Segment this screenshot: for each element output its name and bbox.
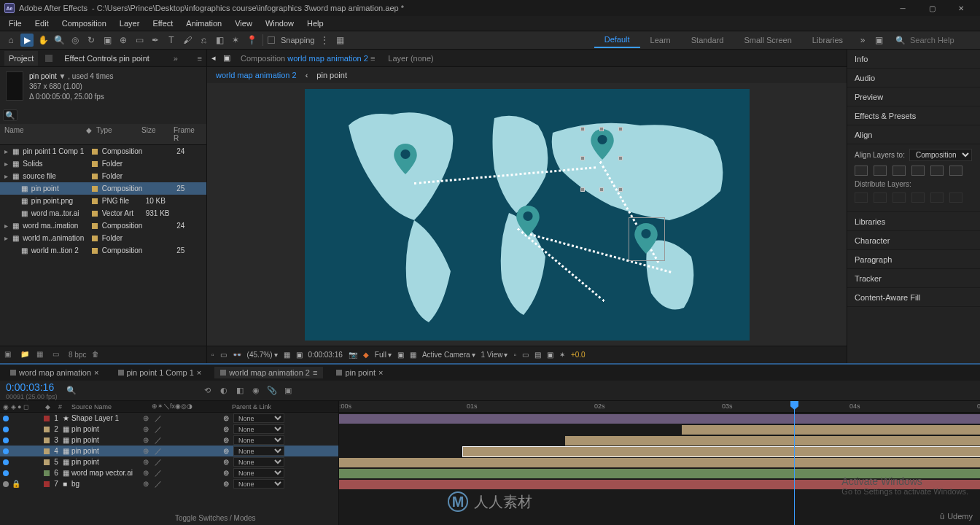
distribute-button[interactable] [892, 192, 906, 203]
timeline-layer[interactable]: 🔒 7 ■ bg ⊕ ／ ⊚ None [0, 478, 338, 489]
panel-paragraph[interactable]: Paragraph [847, 250, 980, 269]
puppet-tool[interactable]: 📍 [245, 34, 258, 47]
panel-overflow-icon[interactable]: » [174, 54, 178, 63]
panel-libraries[interactable]: Libraries [847, 212, 980, 231]
fast-preview-icon[interactable]: ▤ [534, 351, 541, 359]
panel-menu-icon[interactable]: ≡ [198, 54, 202, 63]
roi-icon[interactable]: ▣ [397, 351, 404, 359]
stamp-tool[interactable]: ⎌ [197, 34, 210, 47]
snap-opt-icon[interactable]: ⋮ [318, 34, 331, 47]
graph-icon[interactable]: 📎 [266, 385, 278, 397]
res-dropdown[interactable]: Full ▾ [375, 351, 392, 359]
timeline-layer[interactable]: 3 ▦ pin point ⊕ ／ ⊚ None [0, 435, 338, 446]
pen-tool[interactable]: ✒ [149, 34, 162, 47]
timecode-block[interactable]: 0:00:03:16 00091 (25.00 fps) [6, 381, 58, 400]
col-label-icon[interactable]: ◆ [86, 126, 96, 142]
exposure-value[interactable]: +0.0 [571, 351, 586, 359]
view-opt-icon[interactable]: ▫ [513, 351, 516, 359]
menu-animation[interactable]: Animation [180, 18, 228, 29]
layer-bar[interactable] [565, 436, 980, 446]
project-row[interactable]: ▦ pin point.png PNG file 10 KB [0, 195, 206, 207]
parent-dropdown[interactable]: None [233, 446, 284, 456]
project-row[interactable]: ▦ word ma..tor.ai Vector Art 931 KB [0, 207, 206, 219]
project-row[interactable]: ▦ world m..tion 2 Composition 25 [0, 244, 206, 257]
selection-handle[interactable] [599, 127, 604, 131]
snap-grid-icon[interactable]: ▦ [334, 34, 347, 47]
parent-dropdown[interactable]: None [233, 457, 284, 467]
toggle-switches-button[interactable]: Toggle Switches / Modes [175, 514, 256, 522]
eraser-tool[interactable]: ◧ [213, 34, 226, 47]
exposure-reset-icon[interactable]: ✶ [559, 351, 565, 359]
snapping-checkbox[interactable] [268, 36, 275, 44]
new-folder-icon[interactable]: 📁 [20, 350, 31, 360]
workspace-libraries[interactable]: Libraries [802, 33, 853, 47]
col-size[interactable]: Size [141, 126, 174, 142]
zoom-dropdown[interactable]: (45.7%) ▾ [247, 351, 278, 359]
align-button[interactable] [874, 166, 887, 176]
panel-character[interactable]: Character [847, 231, 980, 250]
glasses-icon[interactable]: 👓 [233, 351, 241, 359]
timeline-tab[interactable]: world map animation 2 ≡ [214, 367, 323, 378]
parent-dropdown[interactable]: None [233, 424, 284, 434]
workspace-standard[interactable]: Standard [681, 33, 734, 47]
menu-layer[interactable]: Layer [114, 18, 146, 29]
parent-dropdown[interactable]: None [233, 435, 284, 445]
menu-edit[interactable]: Edit [29, 18, 55, 29]
timeline-layer[interactable]: 5 ▦ pin point ⊕ ／ ⊚ None [0, 456, 338, 467]
minimize-button[interactable]: ─ [888, 0, 917, 16]
timeline-layer[interactable]: 2 ▦ pin point ⊕ ／ ⊚ None [0, 424, 338, 435]
time-display[interactable]: 0:00:03:16 [308, 351, 343, 359]
text-tool[interactable]: T [165, 34, 178, 47]
distribute-button[interactable] [911, 192, 925, 203]
anchor-tool[interactable]: ⊕ [117, 34, 130, 47]
workspace-learn[interactable]: Learn [640, 33, 681, 47]
align-button[interactable] [911, 166, 925, 176]
align-button[interactable] [949, 166, 962, 176]
selection-tool[interactable]: ▶ [20, 34, 34, 47]
grid-icon[interactable]: ▣ [296, 351, 303, 359]
menu-view[interactable]: View [229, 18, 258, 29]
timeline-tab[interactable]: pin point 1 Comp 1 × [112, 367, 208, 378]
layer-bar-selected[interactable] [463, 447, 980, 456]
selection-handle[interactable] [580, 156, 585, 160]
col-name[interactable]: Name [4, 126, 86, 142]
align-button[interactable] [855, 166, 868, 176]
snapshot-icon[interactable]: 📷 [349, 351, 357, 359]
project-row[interactable]: ▸ ▦ pin point 1 Comp 1 Composition 24 [0, 145, 206, 158]
col-type[interactable]: Type [96, 126, 141, 142]
maximize-button[interactable]: ▢ [917, 0, 946, 16]
project-row[interactable]: ▸ ▦ word ma..imation Composition 24 [0, 219, 206, 232]
align-button[interactable] [892, 166, 906, 176]
layer-tab[interactable]: Layer (none) [385, 52, 436, 64]
delete-icon[interactable]: 🗑 [92, 350, 102, 360]
toggle-alpha-icon[interactable]: ▦ [284, 351, 290, 359]
menu-composition[interactable]: Composition [56, 18, 112, 29]
new-comp-icon[interactable]: ▦ [36, 350, 47, 360]
distribute-button[interactable] [930, 192, 944, 203]
parent-dropdown[interactable]: None [233, 468, 284, 478]
camera-dropdown[interactable]: Active Camera ▾ [422, 351, 475, 359]
view-dropdown[interactable]: 1 View ▾ [481, 351, 508, 359]
timeline-tab[interactable]: word map animation × [4, 367, 105, 378]
project-tab[interactable]: Project [4, 51, 38, 66]
magnify-icon[interactable]: ▫ [211, 351, 214, 359]
menu-effect[interactable]: Effect [147, 18, 179, 29]
panel-preview[interactable]: Preview [847, 88, 980, 106]
workspace-small-screen[interactable]: Small Screen [734, 33, 801, 47]
layer-bar[interactable] [682, 425, 980, 435]
distribute-button[interactable] [874, 192, 887, 203]
project-row[interactable]: ▸ ▦ Solids Folder [0, 158, 206, 170]
project-row[interactable]: ▸ ▦ world m..animation Folder [0, 232, 206, 244]
timeline-tab[interactable]: pin point × [330, 367, 389, 378]
blur-icon[interactable]: ◐ [218, 385, 230, 397]
align-button[interactable] [930, 166, 944, 176]
workspace-reset-icon[interactable]: ▣ [872, 34, 885, 47]
menu-window[interactable]: Window [260, 18, 300, 29]
shape-tool[interactable]: ▭ [133, 34, 146, 47]
timeline-search-icon[interactable]: 🔍 [66, 386, 77, 395]
parent-dropdown[interactable]: None [233, 413, 284, 423]
camera-tool[interactable]: ▣ [101, 34, 114, 47]
layer-bar[interactable] [339, 458, 980, 467]
brush-tool[interactable]: 🖌 [181, 34, 194, 47]
roto-tool[interactable]: ✶ [229, 34, 242, 47]
